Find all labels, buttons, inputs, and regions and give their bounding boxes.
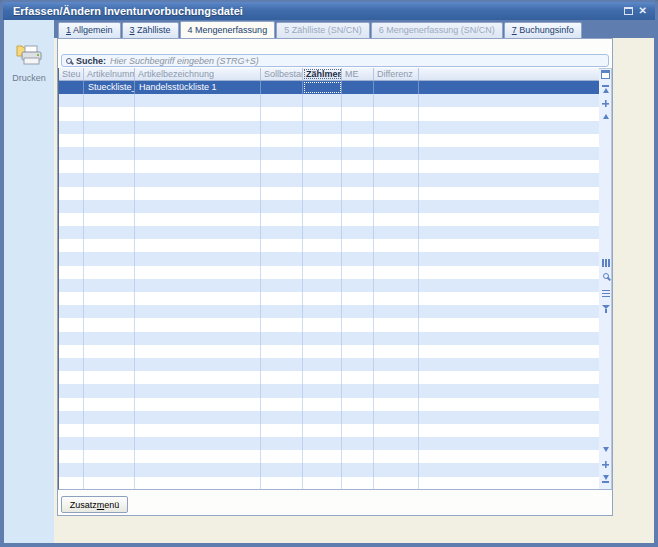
titlebar: Erfassen/Ändern Inventurvorbuchungsdatei… [3, 2, 655, 20]
column-header-differenz[interactable]: Differenz [374, 68, 419, 80]
table-row[interactable] [59, 279, 599, 292]
table-row[interactable] [59, 332, 599, 345]
sort-icon[interactable] [599, 289, 612, 297]
close-icon[interactable]: ✕ [639, 6, 647, 16]
column-header-sollbestand[interactable]: Sollbestand [261, 68, 303, 80]
tab-mengenerfassung-sn-cn: 6 Mengenerfassung (SN/CN) [371, 22, 503, 38]
table-row[interactable] [59, 226, 599, 239]
table-row[interactable] [59, 107, 599, 120]
table-row[interactable] [59, 187, 599, 200]
table-row[interactable] [59, 358, 599, 371]
tab-allgemein[interactable]: 1 Allgemein [58, 22, 121, 38]
page-down-icon[interactable] [599, 461, 612, 468]
table-row[interactable] [59, 134, 599, 147]
search-placeholder: Hier Suchbegriff eingeben (STRG+S) [110, 56, 259, 66]
restore-icon[interactable] [624, 7, 633, 15]
last-row-icon[interactable] [599, 475, 612, 483]
table-row[interactable] [59, 371, 599, 384]
printer-icon [14, 42, 44, 67]
tab-zaehlliste[interactable]: 3 Zählliste [122, 22, 179, 38]
tab-buchungsinfo[interactable]: 7 Buchungsinfo [504, 22, 582, 38]
table-row[interactable] [59, 411, 599, 424]
table-row[interactable] [59, 121, 599, 134]
print-button[interactable]: Drucken [4, 42, 54, 83]
tab-page: Suche: Hier Suchbegriff eingeben (STRG+S… [57, 38, 613, 516]
table-row[interactable] [59, 239, 599, 252]
column-header-me[interactable]: ME [342, 68, 374, 80]
search-icon [66, 58, 72, 64]
data-grid: SteuArtikelnummerArtikelbezeichnungSollb… [58, 68, 599, 490]
table-row[interactable] [59, 463, 599, 476]
table-row[interactable] [59, 305, 599, 318]
table-row[interactable] [59, 345, 599, 358]
tab-mengenerfassung[interactable]: 4 Mengenerfassung [180, 21, 276, 38]
table-row[interactable] [59, 318, 599, 331]
page-up-icon[interactable] [599, 100, 612, 107]
column-chooser-icon[interactable] [599, 70, 612, 79]
search-label: Suche: [76, 56, 106, 66]
tab-zaehlliste-sn-cn: 5 Zählliste (SN/CN) [276, 22, 370, 38]
table-row[interactable] [59, 160, 599, 173]
table-row[interactable] [59, 398, 599, 411]
table-row[interactable] [59, 213, 599, 226]
table-row[interactable] [59, 384, 599, 397]
print-label: Drucken [4, 73, 54, 83]
filter-icon[interactable] [599, 305, 612, 309]
table-row[interactable] [59, 147, 599, 160]
table-row[interactable] [59, 424, 599, 437]
table-row[interactable] [59, 292, 599, 305]
table-row[interactable] [59, 252, 599, 265]
zusatzmenu-button[interactable]: Zusatzmenü [61, 496, 128, 513]
table-row[interactable] [59, 437, 599, 450]
column-header-steu[interactable]: Steu [59, 68, 84, 80]
main-area: 1 Allgemein 3 Zählliste 4 Mengenerfassun… [54, 20, 654, 543]
table-row[interactable] [59, 477, 599, 490]
column-header-artikelbezeichnung[interactable]: Artikelbezeichnung [135, 68, 261, 80]
row-up-icon[interactable] [599, 114, 612, 119]
window-title: Erfassen/Ändern Inventurvorbuchungsdatei [3, 5, 243, 17]
table-row[interactable] [59, 450, 599, 463]
table-row[interactable] [59, 173, 599, 186]
search-bar[interactable]: Suche: Hier Suchbegriff eingeben (STRG+S… [61, 54, 609, 67]
row-down-icon[interactable] [599, 447, 612, 452]
table-row[interactable] [59, 200, 599, 213]
sidebar: Drucken [4, 20, 54, 543]
grid-side-toolbar [599, 68, 612, 490]
dialog-window: Erfassen/Ändern Inventurvorbuchungsdatei… [0, 0, 658, 547]
first-row-icon[interactable] [599, 85, 612, 93]
columns-icon[interactable] [599, 259, 612, 267]
table-row[interactable] [59, 266, 599, 279]
grid-search-icon[interactable] [599, 273, 612, 279]
grid-body: Stueckliste_1Handelsstückliste 1 [59, 81, 599, 490]
column-header-zählmenge[interactable]: Zählmenge [303, 68, 342, 80]
table-row[interactable]: Stueckliste_1Handelsstückliste 1 [59, 81, 599, 94]
grid-header: SteuArtikelnummerArtikelbezeichnungSollb… [59, 68, 599, 81]
tab-strip: 1 Allgemein 3 Zählliste 4 Mengenerfassun… [54, 20, 654, 38]
column-header-artikelnummer[interactable]: Artikelnummer [84, 68, 135, 80]
table-row[interactable] [59, 94, 599, 107]
